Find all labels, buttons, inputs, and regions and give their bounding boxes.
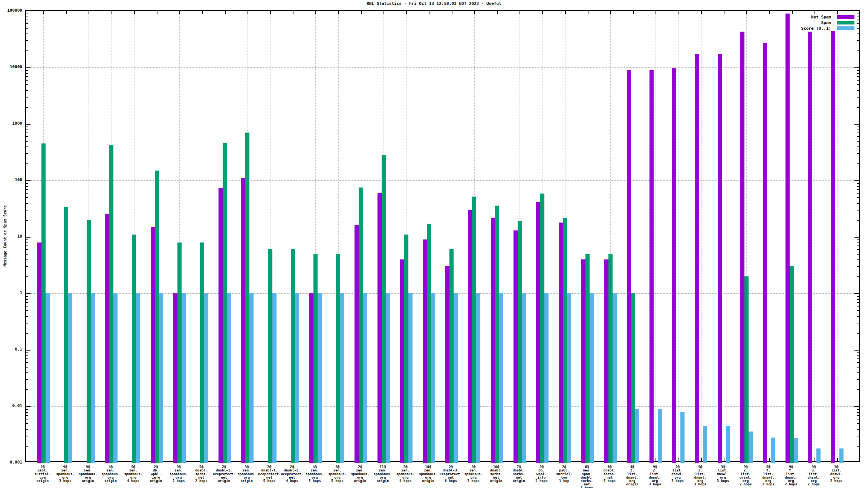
x-tick bbox=[429, 11, 429, 14]
bar-not-spam bbox=[355, 225, 359, 463]
y-tick bbox=[857, 358, 859, 359]
x-tick bbox=[248, 11, 248, 14]
y-tick bbox=[857, 254, 859, 255]
x-tick bbox=[112, 11, 112, 14]
bar-spam bbox=[291, 249, 295, 463]
y-tick bbox=[26, 220, 28, 221]
y-tick bbox=[857, 20, 859, 20]
y-tick bbox=[26, 133, 28, 133]
y-tick bbox=[26, 276, 28, 277]
bar-score-0-1 bbox=[68, 293, 72, 463]
y-tick bbox=[26, 299, 28, 300]
y-tick bbox=[26, 90, 28, 91]
y-tick bbox=[26, 193, 28, 194]
y-tick bbox=[857, 136, 859, 137]
bar-not-spam bbox=[559, 223, 563, 463]
bar-score-0-1 bbox=[567, 293, 571, 463]
y-tick bbox=[26, 130, 28, 130]
bar-score-0-1 bbox=[340, 293, 344, 463]
bar-spam bbox=[200, 242, 204, 463]
x-tick bbox=[542, 11, 543, 14]
y-tick bbox=[26, 84, 28, 85]
x-tick bbox=[815, 11, 815, 14]
bar-not-spam bbox=[173, 293, 177, 463]
y-tick bbox=[26, 23, 28, 24]
y-tick-label: 1000 bbox=[0, 121, 22, 126]
y-tick bbox=[26, 242, 28, 243]
legend-label: Not Spam bbox=[811, 15, 831, 20]
bar-not-spam bbox=[695, 54, 699, 463]
y-tick bbox=[26, 362, 28, 363]
x-tick bbox=[724, 11, 724, 14]
x-tick bbox=[474, 11, 475, 14]
y-tick bbox=[857, 189, 859, 190]
bar-score-0-1 bbox=[363, 293, 367, 463]
y-tick bbox=[857, 296, 859, 297]
x-tick bbox=[792, 11, 793, 14]
y-tick bbox=[26, 70, 28, 71]
y-tick bbox=[26, 296, 28, 297]
y-tick bbox=[26, 17, 28, 17]
y-tick bbox=[857, 310, 859, 311]
bar-not-spam bbox=[445, 266, 449, 463]
bar-score-0-1 bbox=[839, 448, 844, 463]
y-tick bbox=[26, 40, 28, 41]
bar-spam bbox=[585, 254, 590, 463]
legend-label: Spam bbox=[821, 20, 831, 25]
y-tick bbox=[26, 183, 28, 184]
y-tick bbox=[26, 429, 28, 430]
bar-not-spam bbox=[649, 70, 654, 463]
y-tick bbox=[857, 141, 859, 142]
y-tick bbox=[857, 80, 859, 81]
y-tick bbox=[854, 124, 859, 125]
bar-spam bbox=[518, 221, 522, 463]
bar-not-spam bbox=[151, 227, 155, 463]
bar-not-spam bbox=[740, 32, 744, 463]
y-tick bbox=[26, 419, 28, 419]
chart-title: RBL Statistics - Fri Oct 13 12:58:03 EDT… bbox=[0, 1, 868, 6]
bar-score-0-1 bbox=[204, 293, 208, 463]
y-tick bbox=[26, 186, 28, 187]
bar-score-0-1 bbox=[454, 293, 458, 463]
bar-score-0-1 bbox=[113, 293, 118, 463]
x-tick bbox=[452, 11, 452, 14]
bar-not-spam bbox=[831, 31, 835, 463]
y-tick bbox=[26, 436, 28, 436]
bar-spam bbox=[41, 143, 46, 463]
bar-not-spam bbox=[37, 242, 41, 463]
y-tick-label: 10 bbox=[0, 234, 22, 239]
y-tick bbox=[854, 293, 859, 294]
bar-spam bbox=[472, 197, 476, 463]
bar-score-0-1 bbox=[635, 409, 639, 463]
bar-not-spam bbox=[241, 178, 245, 463]
bar-not-spam bbox=[604, 259, 608, 463]
y-tick bbox=[854, 237, 859, 238]
bar-not-spam bbox=[718, 54, 722, 463]
y-tick bbox=[26, 50, 28, 51]
y-tick bbox=[26, 302, 28, 303]
y-tick bbox=[26, 406, 31, 407]
y-tick bbox=[26, 76, 28, 77]
y-tick bbox=[857, 259, 859, 260]
y-tick bbox=[854, 350, 859, 351]
y-tick bbox=[857, 299, 859, 300]
x-tick bbox=[769, 458, 770, 461]
y-tick bbox=[26, 73, 28, 74]
bar-spam bbox=[744, 276, 749, 463]
gridline-vertical bbox=[815, 11, 815, 461]
bar-spam bbox=[404, 235, 408, 463]
bar-score-0-1 bbox=[408, 293, 413, 463]
gridline-vertical bbox=[769, 11, 769, 461]
x-tick bbox=[202, 11, 203, 14]
bar-score-0-1 bbox=[499, 293, 503, 463]
y-tick bbox=[857, 246, 859, 246]
y-tick-label: 100 bbox=[0, 177, 22, 182]
y-tick bbox=[26, 20, 28, 20]
y-tick bbox=[857, 40, 859, 41]
bar-score-0-1 bbox=[816, 448, 821, 463]
bar-score-0-1 bbox=[703, 426, 707, 463]
y-tick bbox=[26, 310, 28, 311]
gridline-horizontal bbox=[26, 180, 859, 181]
bar-spam bbox=[268, 249, 272, 463]
x-tick bbox=[179, 11, 180, 14]
